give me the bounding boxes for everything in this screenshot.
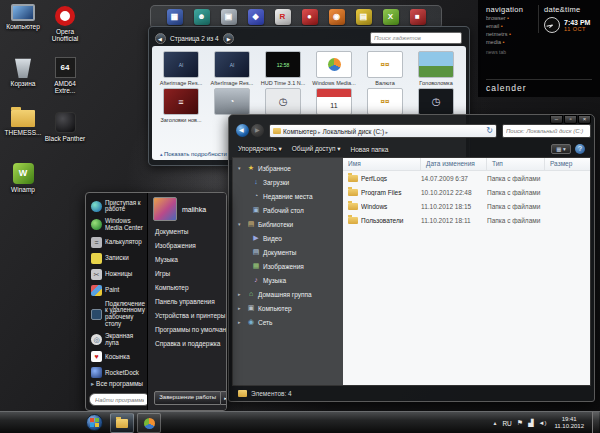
gadget-puzzle[interactable]: Головоломка: [413, 51, 459, 86]
gadget-hud-time[interactable]: HUD Time 3.1 N...: [260, 51, 306, 86]
email-link[interactable]: email: [486, 22, 536, 30]
gadget-windows-media[interactable]: Windows Media...: [311, 51, 357, 86]
menu-item-sticky-notes[interactable]: Записки: [89, 250, 147, 266]
file-row-windows[interactable]: Windows 11.10.2012 18:15 Папка с файлами: [343, 199, 590, 213]
language-indicator[interactable]: RU: [502, 420, 511, 427]
nav-downloads[interactable]: ↓ Загрузки: [233, 175, 343, 189]
network-icon[interactable]: [528, 419, 533, 427]
menu-item-media-center[interactable]: Windows Media Center: [89, 216, 147, 235]
volume-icon[interactable]: [538, 420, 546, 426]
user-profile[interactable]: malihka: [153, 197, 227, 221]
column-name[interactable]: Имя: [343, 158, 421, 170]
desktop-icon-themes[interactable]: THEMESS...: [2, 110, 44, 136]
back-button[interactable]: [236, 124, 249, 137]
file-row-program-files[interactable]: Program Files 10.10.2012 22:48 Папка с ф…: [343, 185, 590, 199]
dock-app-r-icon[interactable]: R: [275, 9, 291, 25]
menu-item-help-support[interactable]: Справка и поддержка: [153, 337, 227, 351]
breadcrumb-disk-c[interactable]: Локальный диск (C:): [323, 128, 388, 135]
help-button[interactable]: [575, 144, 585, 154]
nav-computer[interactable]: ▣ Компьютер: [233, 301, 343, 315]
page-next-button[interactable]: [223, 33, 234, 44]
browser-link[interactable]: browser: [486, 14, 536, 22]
menu-item-paint[interactable]: Paint: [89, 282, 147, 298]
menu-item-calculator[interactable]: Калькулятор: [89, 234, 147, 250]
dock-app-yellow-icon[interactable]: ▤: [356, 9, 372, 25]
column-type[interactable]: Тип: [487, 158, 545, 170]
close-button[interactable]: [578, 115, 591, 124]
calender-title[interactable]: calender: [486, 79, 592, 93]
dock-app-red-icon[interactable]: ■: [410, 9, 426, 25]
desktop-icon-opera[interactable]: Opera Unofficial: [44, 6, 86, 42]
dock-media-red-icon[interactable]: ●: [302, 9, 318, 25]
news-tab-link[interactable]: news tab: [486, 49, 536, 55]
desktop-icon-winamp[interactable]: Winamp: [2, 163, 44, 193]
explorer-search-input[interactable]: [502, 124, 591, 138]
gadget-search-input[interactable]: [370, 32, 462, 44]
dock-pictures-icon[interactable]: ▣: [221, 9, 237, 25]
menu-item-snipping-tool[interactable]: Ножницы: [89, 266, 147, 282]
taskbar-media-player-button[interactable]: [137, 413, 161, 433]
menu-item-solitaire[interactable]: Косынка: [89, 349, 147, 365]
nav-libraries[interactable]: ▤ Библиотеки: [233, 217, 343, 231]
nav-videos[interactable]: ▶ Видео: [233, 231, 343, 245]
new-folder-button[interactable]: Новая папка: [351, 146, 389, 153]
menu-item-getting-started[interactable]: Приступая к работе: [89, 197, 147, 216]
gadget-news-headlines[interactable]: Заголовки нов...: [158, 88, 204, 123]
show-hidden-icons-button[interactable]: [492, 420, 497, 426]
minimize-button[interactable]: [550, 115, 563, 124]
column-date[interactable]: Дата изменения: [421, 158, 487, 170]
desktop-icon-computer[interactable]: Компьютер: [2, 4, 44, 30]
expander-icon[interactable]: [238, 319, 244, 325]
change-view-button[interactable]: [551, 144, 571, 154]
media-link[interactable]: media: [486, 38, 536, 46]
gadget-afterimage-1[interactable]: Afterimage Res...: [158, 51, 204, 86]
page-prev-button[interactable]: [155, 33, 166, 44]
menu-item-control-panel[interactable]: Панель управления: [153, 295, 227, 309]
shutdown-options-arrow[interactable]: [221, 391, 227, 405]
menu-item-magnifier[interactable]: Экранная лупа: [89, 330, 147, 349]
nav-recent-places[interactable]: ◔ Недавние места: [233, 189, 343, 203]
expander-icon[interactable]: [238, 291, 244, 297]
dock-app-blue-icon[interactable]: ◆: [248, 9, 264, 25]
nav-documents[interactable]: ▤ Документы: [233, 245, 343, 259]
nav-pictures[interactable]: ▦ Изображения: [233, 259, 343, 273]
dock-app-grid-icon[interactable]: ▦: [167, 9, 183, 25]
menu-item-games[interactable]: Игры: [153, 267, 227, 281]
nav-network[interactable]: ◉ Сеть: [233, 315, 343, 329]
action-center-icon[interactable]: [517, 419, 523, 427]
menu-item-music[interactable]: Музыка: [153, 253, 227, 267]
nav-favorites[interactable]: ★ Избранное: [233, 161, 343, 175]
expander-icon[interactable]: [238, 221, 244, 227]
menu-item-devices-printers[interactable]: Устройства и принтеры: [153, 309, 227, 323]
organize-button[interactable]: Упорядочить ▾: [238, 145, 282, 153]
column-size[interactable]: Размер: [545, 158, 590, 170]
all-programs-button[interactable]: Все программы: [91, 380, 143, 388]
expander-icon[interactable]: [238, 165, 244, 171]
menu-item-computer[interactable]: Компьютер: [153, 281, 227, 295]
share-button[interactable]: Общий доступ ▾: [292, 145, 341, 153]
show-details-link[interactable]: Показать подробности: [160, 151, 227, 157]
forward-button[interactable]: [251, 124, 264, 137]
start-search-input[interactable]: [89, 393, 150, 406]
dock-app-x-icon[interactable]: X: [383, 9, 399, 25]
dock-app-orange-icon[interactable]: ◉: [329, 9, 345, 25]
dock-contacts-icon[interactable]: ☻: [194, 9, 210, 25]
file-row-perflogs[interactable]: PerfLogs 14.07.2009 6:37 Папка с файлами: [343, 171, 590, 185]
show-desktop-button[interactable]: [592, 412, 599, 433]
expander-icon[interactable]: [238, 305, 244, 311]
desktop-icon-recycle-bin[interactable]: Корзина: [2, 57, 44, 87]
desktop-icon-black-panther[interactable]: Black Panther: [44, 112, 86, 142]
refresh-icon[interactable]: [486, 127, 493, 135]
start-button[interactable]: [86, 414, 103, 431]
breadcrumb-computer[interactable]: Компьютер: [283, 128, 321, 135]
gadget-afterimage-2[interactable]: AfterImage Res...: [209, 51, 255, 86]
menu-item-default-programs[interactable]: Программы по умолчанию: [153, 323, 227, 337]
menu-item-remote-desktop[interactable]: Подключение к удаленному рабочему столу: [89, 298, 147, 330]
desktop-icon-amd64[interactable]: AMD64 Extre...: [44, 57, 86, 94]
menu-item-documents[interactable]: Документы: [153, 225, 227, 239]
shutdown-button[interactable]: Завершение работы: [154, 391, 221, 405]
gadget-currency[interactable]: Валюта: [362, 51, 408, 86]
netmetrs-link[interactable]: netmetrs: [486, 30, 536, 38]
taskbar-explorer-button[interactable]: [110, 413, 134, 433]
nav-homegroup[interactable]: ⌂ Домашняя группа: [233, 287, 343, 301]
